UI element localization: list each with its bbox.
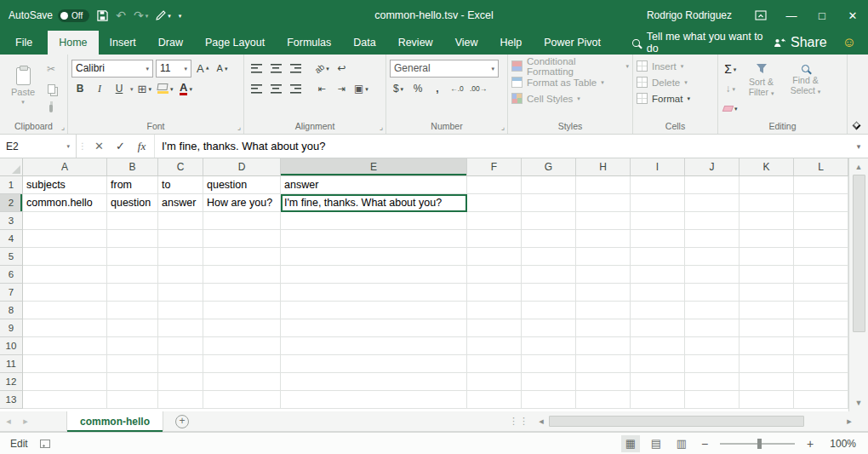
cell-L9[interactable] [794,319,848,337]
insert-cells-button[interactable]: Insert ▾ [637,58,714,74]
cell-J9[interactable] [685,319,740,337]
decrease-font-size-button[interactable]: A▾ [214,60,231,77]
cell-E4[interactable] [281,230,467,248]
chevron-down-icon[interactable]: ▾ [130,86,134,92]
cell-I4[interactable] [631,230,685,248]
cell-F10[interactable] [467,337,522,355]
cell-B2[interactable]: question [107,194,158,212]
column-header-K[interactable]: K [740,158,794,176]
increase-font-size-button[interactable]: A▾ [194,60,211,77]
cell-G7[interactable] [522,284,576,302]
sort-filter-button[interactable]: Sort & Filter ▾ [740,58,784,114]
cell-B9[interactable] [107,319,158,337]
cell-L4[interactable] [794,230,848,248]
cell-J1[interactable] [685,176,740,194]
cell-F3[interactable] [467,212,522,230]
align-left-button[interactable] [248,80,265,97]
cell-L7[interactable] [794,284,848,302]
cell-H3[interactable] [576,212,631,230]
enter-entry-button[interactable]: ✓ [110,135,131,158]
fill-color-button[interactable]: ▾ [156,80,175,97]
cell-I12[interactable] [631,373,685,391]
dialog-launcher-icon[interactable]: ⌟ [61,124,65,131]
cell-F2[interactable] [467,194,522,212]
delete-cells-button[interactable]: Delete ▾ [637,74,714,90]
tab-file[interactable]: File [0,31,48,55]
row-header-3[interactable]: 3 [0,212,23,230]
decrease-decimal-button[interactable]: .00→ [468,80,488,97]
cell-B6[interactable] [107,266,158,284]
cell-B11[interactable] [107,355,158,373]
cell-G3[interactable] [522,212,576,230]
cell-C2[interactable]: answer [158,194,203,212]
customize-qat-button[interactable]: ▾ [179,13,182,19]
horizontal-scrollbar-thumb[interactable] [549,416,804,427]
fill-button[interactable]: ↓▾ [722,80,740,97]
format-as-table-button[interactable]: Format as Table ▾ [511,74,629,90]
cell-F6[interactable] [467,266,522,284]
redo-button[interactable]: ↷▾ [134,9,148,21]
row-header-12[interactable]: 12 [0,373,23,391]
row-header-1[interactable]: 1 [0,176,23,194]
cell-G9[interactable] [522,319,576,337]
sheet-nav-right-icon[interactable]: ▸ [17,416,34,427]
cell-C11[interactable] [158,355,203,373]
cell-J13[interactable] [685,391,740,409]
cell-E3[interactable] [281,212,467,230]
cell-F5[interactable] [467,248,522,266]
cell-I10[interactable] [631,337,685,355]
cell-L10[interactable] [794,337,848,355]
cell-E12[interactable] [281,373,467,391]
undo-button[interactable]: ↶ [116,9,126,21]
cell-D1[interactable]: question [203,176,281,194]
cell-E6[interactable] [281,266,467,284]
row-header-4[interactable]: 4 [0,230,23,248]
sheet-nav-left-icon[interactable]: ◂ [0,416,17,427]
accounting-format-button[interactable]: $▾ [390,80,407,97]
cell-A13[interactable] [23,391,107,409]
vertical-scrollbar-thumb[interactable] [853,175,865,332]
cell-G6[interactable] [522,266,576,284]
cell-K1[interactable] [740,176,794,194]
cell-D7[interactable] [203,284,281,302]
new-sheet-button[interactable]: + [175,415,189,428]
cell-H9[interactable] [576,319,631,337]
row-header-7[interactable]: 7 [0,284,23,302]
autosave-pill[interactable]: Off [58,9,89,22]
clear-button[interactable]: ▾ [722,100,740,117]
cell-A7[interactable] [23,284,107,302]
font-name-combo[interactable]: Calibri ▾ [71,60,153,78]
cell-A9[interactable] [23,319,107,337]
copy-button[interactable] [43,80,60,97]
cut-button[interactable]: ✂ [43,60,60,78]
merge-center-button[interactable]: ▣▾ [352,80,370,97]
horizontal-scrollbar[interactable]: ◂ ▸ [534,415,856,428]
cell-G8[interactable] [522,302,576,319]
cell-C9[interactable] [158,319,203,337]
dialog-launcher-icon[interactable]: ⌟ [237,124,241,131]
cell-A3[interactable] [23,212,107,230]
cell-J11[interactable] [685,355,740,373]
cell-D11[interactable] [203,355,281,373]
cell-C6[interactable] [158,266,203,284]
row-header-13[interactable]: 13 [0,391,23,409]
bold-button[interactable]: B [71,80,89,97]
cell-I9[interactable] [631,319,685,337]
cell-K11[interactable] [740,355,794,373]
cell-C8[interactable] [158,302,203,319]
middle-align-button[interactable] [267,60,284,77]
cell-K8[interactable] [740,302,794,319]
page-layout-view-button[interactable]: ▤ [647,435,665,452]
scroll-right-icon[interactable]: ▸ [842,416,856,427]
cell-A4[interactable] [23,230,107,248]
format-cells-button[interactable]: Format ▾ [637,90,714,106]
cell-E11[interactable] [281,355,467,373]
cell-H10[interactable] [576,337,631,355]
close-button[interactable]: ✕ [837,0,868,31]
zoom-slider[interactable] [720,443,795,445]
cell-H6[interactable] [576,266,631,284]
cell-J7[interactable] [685,284,740,302]
cell-B1[interactable]: from [107,176,158,194]
cell-C1[interactable]: to [158,176,203,194]
cell-A6[interactable] [23,266,107,284]
